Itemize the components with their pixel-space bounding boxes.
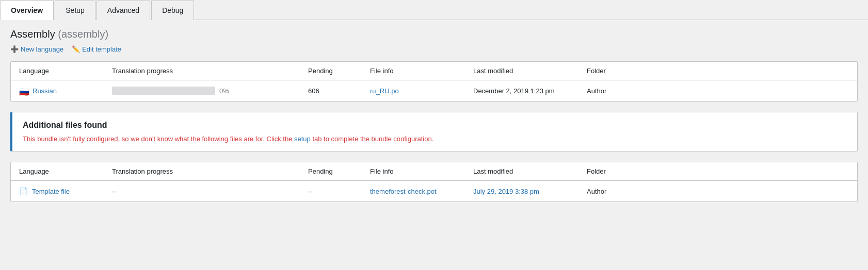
edit-template-link[interactable]: ✏️ Edit template [72,45,121,53]
add-col-header-progress: Translation progress [104,162,300,181]
cell-pending: 606 [300,80,362,102]
language-link[interactable]: 🇷🇺 Russian [19,87,95,95]
table-row: 📄 Template file -- -- themeforest-check.… [11,181,857,202]
template-file-link[interactable]: 📄 Template file [19,187,95,195]
page-title: Assembly (assembly) [10,28,858,40]
cell-folder: Author [578,80,857,102]
add-cell-progress: -- [104,181,300,202]
tab-overview[interactable]: Overview [0,1,54,20]
col-header-pending: Pending [300,62,362,80]
modified-date-link[interactable]: July 29, 2019 3:38 pm [473,188,539,195]
col-header-fileinfo: File info [362,62,465,80]
page-wrapper: Overview Setup Advanced Debug Assembly (… [0,0,868,270]
cell-progress: 0% [104,80,300,102]
file-doc-icon: 📄 [19,187,28,195]
tabs-bar: Overview Setup Advanced Debug [0,0,868,20]
col-header-language: Language [11,62,104,80]
additional-table-container: Language Translation progress Pending Fi… [10,162,858,202]
new-language-link[interactable]: ➕ New language [10,45,63,53]
pot-file-link[interactable]: themeforest-check.pot [370,188,437,195]
progress-text: 0% [219,87,229,95]
additional-table-header-row: Language Translation progress Pending Fi… [11,162,857,181]
main-table: Language Translation progress Pending Fi… [11,62,857,101]
add-cell-folder: Author [578,181,857,202]
tab-advanced[interactable]: Advanced [97,1,150,20]
additional-files-section: Additional files found This bundle isn't… [10,112,858,151]
cell-modified: December 2, 2019 1:23 pm [465,80,578,102]
progress-bar-background [112,87,215,95]
page-subtitle: (assembly) [58,28,108,40]
flag-icon: 🇷🇺 [19,87,29,94]
col-header-folder: Folder [578,62,857,80]
additional-files-title: Additional files found [23,121,847,130]
additional-files-description: This bundle isn't fully configured, so w… [23,135,847,143]
add-cell-modified: July 29, 2019 3:38 pm [465,181,578,202]
cell-language: 🇷🇺 Russian [11,80,104,102]
add-col-header-fileinfo: File info [362,162,465,181]
additional-table: Language Translation progress Pending Fi… [11,162,857,201]
col-header-progress: Translation progress [104,62,300,80]
add-cell-language: 📄 Template file [11,181,104,202]
action-bar: ➕ New language ✏️ Edit template [10,45,858,53]
col-header-modified: Last modified [465,62,578,80]
pencil-icon: ✏️ [72,45,80,53]
add-col-header-folder: Folder [578,162,857,181]
file-info-link[interactable]: ru_RU.po [370,87,399,95]
add-col-header-pending: Pending [300,162,362,181]
setup-link[interactable]: setup [294,135,311,143]
progress-wrapper: 0% [112,87,292,95]
cell-fileinfo: ru_RU.po [362,80,465,102]
main-table-header-row: Language Translation progress Pending Fi… [11,62,857,80]
main-table-container: Language Translation progress Pending Fi… [10,61,858,102]
add-cell-fileinfo: themeforest-check.pot [362,181,465,202]
table-row: 🇷🇺 Russian 0% 606 [11,80,857,102]
main-content: Assembly (assembly) ➕ New language ✏️ Ed… [0,20,868,221]
tab-debug[interactable]: Debug [151,1,194,20]
tab-setup[interactable]: Setup [55,1,95,20]
plus-icon: ➕ [10,45,19,53]
add-cell-pending: -- [300,181,362,202]
add-col-header-modified: Last modified [465,162,578,181]
add-col-header-language: Language [11,162,104,181]
